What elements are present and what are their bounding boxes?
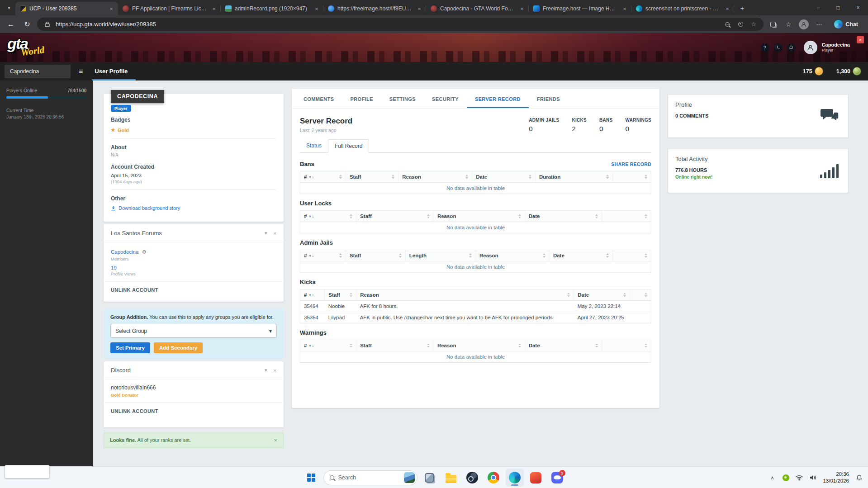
wifi-icon[interactable] [794, 471, 805, 484]
nvidia-tray-icon[interactable] [780, 471, 791, 484]
tab-comments[interactable]: COMMENTS [295, 89, 342, 108]
tracking-prevention-icon[interactable] [736, 20, 745, 29]
collapse-icon[interactable]: ▾ [265, 367, 267, 373]
gear-icon[interactable]: ⚙ [142, 249, 147, 255]
add-favorite-icon[interactable]: ☆ [749, 20, 758, 29]
empty-row: No data available in table [300, 183, 651, 194]
profile-views-link[interactable]: 19 [111, 265, 276, 270]
share-record-link[interactable]: SHARE RECORD [611, 161, 651, 167]
collections-icon[interactable] [767, 19, 779, 30]
steam-button[interactable] [463, 469, 481, 487]
notification-center-button[interactable] [854, 471, 864, 484]
banner-close-button[interactable]: × [857, 36, 864, 43]
close-icon[interactable]: × [274, 231, 276, 236]
forums-unlink-button[interactable]: UNLINK ACCOUNT [104, 282, 284, 298]
browser-tab-freeimage-host[interactable]: Freeimage.host — Image Hosting × [529, 2, 631, 15]
favorites-icon[interactable]: ☆ [783, 19, 794, 30]
volume-icon[interactable] [807, 471, 818, 484]
set-primary-button[interactable]: Set Primary [110, 342, 150, 353]
screen: ▾ UCP - User 209385 × PF Application | F… [0, 0, 868, 488]
forums-favicon [431, 5, 437, 12]
taskbar-clock[interactable]: 20:36 13/01/2026 [823, 471, 849, 484]
chevron-down-icon: ▾ [8, 5, 10, 10]
refresh-button[interactable]: ↻ [21, 18, 33, 31]
about-heading: About [111, 144, 276, 151]
bell-icon[interactable] [787, 43, 796, 52]
minimize-button[interactable]: – [808, 0, 828, 15]
browser-tab-gta-forums[interactable]: Capodecina - GTA World Forums × [426, 2, 529, 15]
tab-close-icon[interactable]: × [723, 5, 731, 13]
discord-username: notoriousvillain666 [111, 384, 276, 391]
page-title[interactable]: User Profile [93, 62, 129, 81]
collapse-icon[interactable]: ▾ [265, 230, 267, 236]
group-select[interactable]: Select Group ▾ [110, 324, 277, 338]
bing-chat-icon [834, 20, 843, 28]
close-icon[interactable]: × [274, 368, 276, 373]
tab-close-icon[interactable]: × [621, 5, 629, 13]
maximize-button[interactable]: □ [828, 0, 848, 15]
discord-button[interactable]: 1 [548, 469, 566, 487]
server-record-subtitle: Last: 2 years ago [300, 128, 352, 133]
forum-account-link[interactable]: Capodecina [111, 249, 138, 255]
tab-title: Freeimage.host — Image Hosting [543, 5, 617, 12]
empty-row: No data available in table [300, 222, 651, 233]
tab-security[interactable]: SECURITY [424, 89, 467, 108]
clock-icon[interactable] [774, 43, 783, 52]
discord-card: Discord ▾ × notoriousvillain666 Gold Don… [104, 361, 284, 427]
hamburger-icon[interactable]: ≡ [79, 67, 83, 76]
tab-search-button[interactable]: ▾ [4, 2, 14, 13]
tab-profile[interactable]: PROFILE [342, 89, 381, 108]
profile-avatar[interactable] [798, 19, 810, 30]
character-nameplate: CAPODECINA [111, 90, 164, 103]
discord-card-title: Discord [111, 367, 258, 374]
sidebar-account-select[interactable]: Capodecina [5, 65, 71, 78]
download-background-story-link[interactable]: Download background story [111, 205, 276, 211]
task-view-button[interactable] [421, 469, 439, 487]
url-text[interactable]: https://ucp.gta.world/view/user/209385 [56, 21, 719, 28]
back-button[interactable]: ← [5, 18, 17, 31]
discord-unlink-button[interactable]: UNLINK ACCOUNT [104, 403, 284, 419]
tab-close-icon[interactable]: × [210, 5, 218, 13]
chat-button[interactable]: Chat [829, 18, 863, 30]
tab-close-icon[interactable]: × [518, 5, 526, 13]
stat-admin-jails: ADMIN JAILS 0 [529, 118, 559, 133]
bans-heading: Bans [300, 161, 314, 167]
subtab-status[interactable]: Status [300, 139, 328, 152]
start-button[interactable] [302, 469, 320, 487]
hidden-icons-button[interactable]: ∧ [767, 471, 778, 484]
group-addition-text: Group Addition. You can use this to appl… [110, 314, 277, 320]
help-icon[interactable]: ? [761, 43, 769, 52]
subtab-full-record[interactable]: Full Record [328, 139, 369, 153]
address-bar[interactable]: https://ucp.gta.world/view/user/209385 ☆ [37, 18, 764, 31]
tab-close-icon[interactable]: × [107, 5, 115, 13]
browser-tab-freeimage-link[interactable]: https://freeimage.host/i/f8EUFV9 × [323, 2, 426, 15]
file-explorer-button[interactable] [442, 469, 460, 487]
online-status: Online right now! [675, 175, 841, 180]
browser-tab-search[interactable]: screenshot on printscreen - Sear × [631, 2, 734, 15]
taskbar-date: 13/01/2026 [823, 478, 849, 484]
new-tab-button[interactable]: + [737, 2, 748, 13]
chrome-icon [488, 472, 499, 483]
taskbar-search[interactable]: Search [323, 470, 417, 485]
warnings-heading: Warnings [300, 329, 327, 336]
zoom-out-icon[interactable] [723, 20, 732, 29]
edge-button[interactable] [506, 469, 524, 487]
tab-close-icon[interactable]: × [313, 5, 321, 13]
close-button[interactable]: × [848, 0, 868, 15]
alert-close-icon[interactable]: × [274, 437, 277, 444]
browser-tab-ucp[interactable]: UCP - User 209385 × [15, 2, 118, 15]
browser-tab-admin-record-image[interactable]: adminRecord.png (1920×947) × [221, 2, 323, 15]
game-launcher-button[interactable] [527, 469, 545, 487]
tab-friends[interactable]: FRIENDS [529, 89, 568, 108]
steam-icon [466, 472, 478, 483]
tab-server-record[interactable]: SERVER RECORD [467, 89, 529, 108]
record-stats: ADMIN JAILS 0 KICKS 2 BANS 0 WARNINGS 0 [529, 117, 651, 133]
more-options-button[interactable]: ⋯ [813, 19, 825, 30]
browser-tab-pf-application[interactable]: PF Application | Firearms Licensin × [118, 2, 221, 15]
chrome-button[interactable] [484, 469, 503, 487]
user-avatar[interactable] [804, 41, 817, 54]
tab-settings[interactable]: SETTINGS [381, 89, 424, 108]
gta-world-logo[interactable]: gta World [7, 35, 66, 60]
tab-close-icon[interactable]: × [415, 5, 423, 13]
add-secondary-button[interactable]: Add Secondary [154, 342, 203, 353]
